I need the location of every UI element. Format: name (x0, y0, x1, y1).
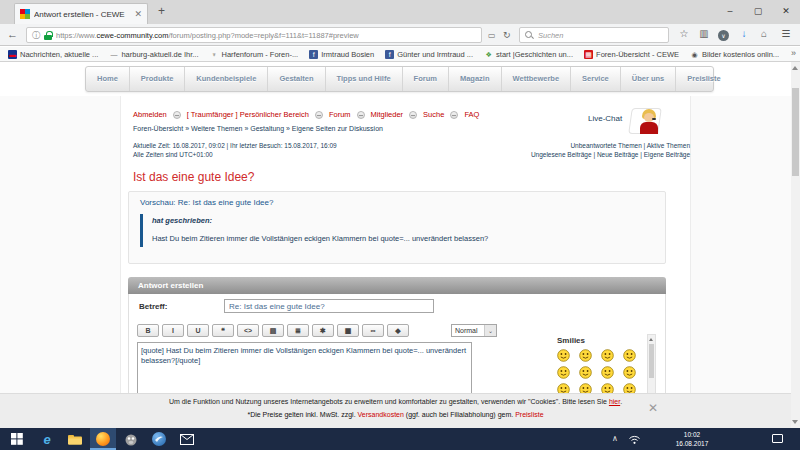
smiley-icon[interactable] (579, 348, 592, 361)
scroll-up-icon[interactable] (649, 338, 653, 341)
user-link-label[interactable]: Forum (329, 110, 351, 119)
topic-links-line2[interactable]: Ungelesene Beiträge | Neue Beiträge | Ei… (380, 150, 690, 159)
format-button[interactable]: ❝ (212, 324, 234, 337)
user-link[interactable]: Forum (315, 110, 351, 119)
font-size-select[interactable]: Normal ⌄ (451, 324, 497, 337)
gimp-taskbar-button[interactable] (118, 428, 144, 450)
back-icon[interactable]: ← (7, 28, 18, 40)
user-link[interactable]: FAQ (450, 110, 479, 119)
user-link-label[interactable]: [ Traumfänger ] Persönlicher Bereich (187, 110, 309, 119)
smiley-icon[interactable] (601, 365, 614, 378)
breadcrumb[interactable]: Foren-Übersicht » Weitere Themen » Gesta… (133, 125, 383, 132)
window-close-button[interactable]: ✕ (772, 0, 800, 22)
subject-input[interactable] (224, 299, 434, 313)
explorer-taskbar-button[interactable] (62, 428, 88, 450)
user-link[interactable]: Suche (409, 110, 444, 119)
smiley-icon[interactable] (601, 348, 614, 361)
site-nav-item[interactable]: Service (571, 67, 621, 91)
download-icon[interactable]: ↓ (736, 28, 752, 39)
cookie-close-icon[interactable]: ✕ (648, 401, 658, 415)
home-icon[interactable]: ⌂ (756, 28, 772, 39)
library-icon[interactable]: ▥ (696, 28, 712, 39)
new-tab-button[interactable]: + (158, 4, 165, 18)
user-link-label[interactable]: Abmelden (133, 110, 167, 119)
scrollbar-down-icon[interactable] (792, 420, 798, 424)
user-link[interactable]: [ Traumfänger ] Persönlicher Bereich (173, 110, 309, 119)
smiley-icon[interactable] (557, 348, 570, 361)
user-link[interactable]: Abmelden (133, 110, 167, 119)
user-link-label[interactable]: Suche (423, 110, 444, 119)
site-nav-item[interactable]: Preisliste (676, 67, 731, 91)
smiley-icon[interactable] (579, 365, 592, 378)
bookmark-item[interactable]: ❖ start |Geschichten un... (484, 50, 573, 59)
bookmark-item[interactable]: ◉ Bilder kostenlos onlin... (690, 50, 779, 59)
site-nav-item[interactable]: Gestalten (268, 67, 325, 91)
site-nav-item[interactable]: Kundenbeispiele (185, 67, 268, 91)
scrollbar-up-icon[interactable] (792, 66, 798, 70)
topic-links-line1[interactable]: Unbeantwortete Themen | Aktive Themen (380, 141, 690, 150)
bookmark-item[interactable]: ♆ Harfenforum - Foren-... (210, 50, 299, 59)
taskbar-clock[interactable]: 10:02 16.08.2017 (654, 430, 730, 448)
bookmark-item[interactable]: — harburg-aktuell.de Ihr... (109, 50, 198, 59)
ssl-lock-icon[interactable] (44, 31, 52, 40)
format-button[interactable]: ✱ (312, 324, 334, 337)
mail-taskbar-button[interactable] (174, 428, 200, 450)
smiley-icon[interactable] (557, 365, 570, 378)
scrollbar-thumb[interactable] (792, 88, 799, 176)
site-nav-item[interactable]: Über uns (621, 67, 677, 91)
format-button[interactable]: I (162, 324, 184, 337)
site-nav-item[interactable]: Home (86, 67, 130, 91)
format-button[interactable]: ▤ (262, 324, 284, 337)
live-chat-label[interactable]: Live-Chat (588, 114, 622, 123)
bookmarks-overflow-icon[interactable]: » (791, 48, 796, 58)
tray-expand-icon[interactable]: ∧ (612, 434, 618, 443)
bookmark-item[interactable]: ▬ Nachrichten, aktuelle ... (8, 50, 98, 59)
tab-close-icon[interactable]: ✕ (134, 9, 142, 19)
format-button[interactable]: U (187, 324, 209, 337)
pocket-icon[interactable]: ∨ (718, 30, 729, 41)
window-maximize-button[interactable]: ▢ (744, 0, 772, 22)
site-nav-item[interactable]: Produkte (130, 67, 186, 91)
search-box[interactable] (519, 27, 669, 43)
format-button[interactable]: <> (237, 324, 259, 337)
format-button[interactable]: B (137, 324, 159, 337)
page-scrollbar[interactable] (791, 62, 800, 428)
site-nav-item[interactable]: Tipps und Hilfe (326, 67, 403, 91)
browser-tab[interactable]: Antwort erstellen - CEWE ✕ (14, 3, 148, 24)
bookmark-item[interactable]: f Irmtraud Bosien (309, 50, 374, 59)
smiley-icon[interactable] (623, 365, 636, 378)
format-button[interactable]: ∞ (362, 324, 384, 337)
bookmark-item[interactable]: f Günter und Irmtraud ... (385, 50, 473, 59)
reload-icon[interactable]: ↻ (503, 30, 511, 40)
preisliste-link[interactable]: Preisliste (515, 411, 543, 418)
search-input[interactable] (538, 31, 663, 40)
cookie-hier-link[interactable]: hier (609, 398, 620, 405)
site-info-icon[interactable]: ⓘ (32, 30, 40, 41)
menu-icon[interactable]: ☰ (778, 28, 794, 39)
format-button[interactable]: ▦ (337, 324, 359, 337)
bookmark-star-icon[interactable]: ☆ (676, 28, 692, 39)
start-button[interactable] (4, 428, 30, 450)
format-button[interactable]: ◆ (387, 324, 409, 337)
chevron-down-icon[interactable]: ⌄ (484, 325, 496, 336)
action-center-icon[interactable] (772, 434, 783, 443)
site-nav-item[interactable]: Magazin (449, 67, 502, 91)
url-field[interactable]: ⓘ https://www.cewe-community.com/forum/p… (26, 27, 482, 43)
versandkosten-link[interactable]: Versandkosten (358, 411, 404, 418)
reader-mode-icon[interactable]: ▭ (488, 31, 496, 40)
firefox-taskbar-button[interactable] (90, 428, 116, 450)
thunderbird-taskbar-button[interactable] (146, 428, 172, 450)
edge-taskbar-button[interactable]: e (34, 428, 60, 450)
format-button[interactable]: ≣ (287, 324, 309, 337)
site-nav-item[interactable]: Forum (403, 67, 449, 91)
window-minimize-button[interactable]: – (716, 0, 744, 22)
smiley-icon[interactable] (623, 348, 636, 361)
live-chat-avatar[interactable] (630, 106, 664, 136)
site-nav-item[interactable]: Wettbewerbe (502, 67, 572, 91)
user-link[interactable]: Mitglieder (357, 110, 404, 119)
wifi-icon[interactable] (628, 434, 641, 445)
user-link-label[interactable]: FAQ (464, 110, 479, 119)
smilies-scroll-thumb[interactable] (649, 344, 654, 378)
user-link-label[interactable]: Mitglieder (371, 110, 404, 119)
bookmark-item[interactable]: ▦ Foren-Übersicht - CEWE (584, 50, 679, 59)
